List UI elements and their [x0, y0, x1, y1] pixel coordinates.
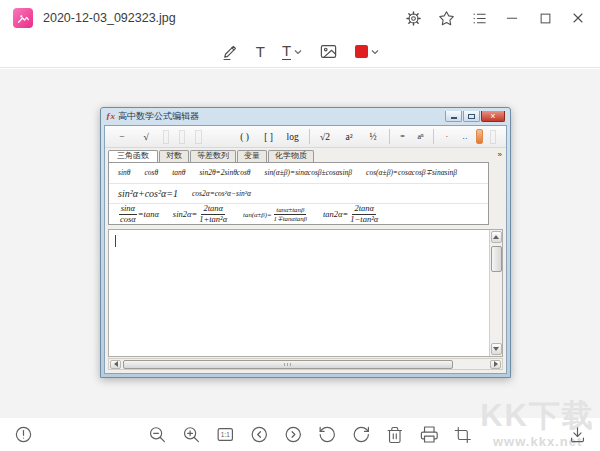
editor-maximize-button[interactable]: [463, 111, 480, 122]
formula-item[interactable]: sin(α±β)=sinαcosβ±cosαsinβ: [265, 168, 353, 177]
power-template-button[interactable]: aⁿ: [413, 128, 427, 145]
svg-text:1:1: 1:1: [220, 431, 229, 438]
editor-title: 高中数学公式编辑器: [118, 110, 199, 123]
double-dot-button[interactable]: ‥: [458, 128, 472, 145]
tab-variables[interactable]: 变量: [237, 150, 267, 162]
maximize-icon[interactable]: [536, 9, 554, 27]
tab-logarithm[interactable]: 对数: [159, 150, 189, 162]
crop-icon[interactable]: [453, 425, 473, 445]
sqrt2-button[interactable]: √2: [315, 128, 335, 145]
underline-tool-label: T: [282, 43, 291, 60]
info-icon[interactable]: [13, 425, 33, 445]
equals-button[interactable]: =: [395, 128, 409, 145]
formula-item[interactable]: sinαcosα =tanα: [118, 204, 159, 224]
formula-item[interactable]: sin2α= 2tanα1+tan²α: [173, 204, 229, 224]
print-icon[interactable]: [419, 425, 439, 445]
editor-minimize-button[interactable]: [445, 111, 462, 122]
formula-editor-icon: ƒx: [106, 112, 115, 121]
formula-item[interactable]: sin²α+cos²α=1: [118, 188, 178, 199]
settings-gear-icon[interactable]: [404, 9, 422, 27]
vertical-scrollbar[interactable]: [489, 230, 502, 356]
formula-item[interactable]: sin2θ=2sinθcosθ: [199, 168, 250, 177]
rotate-right-icon[interactable]: [351, 425, 371, 445]
chevron-down-icon: [371, 49, 379, 55]
sqrt-button[interactable]: √: [136, 128, 156, 145]
template-button-3[interactable]: [195, 130, 201, 144]
formula-editor-window: ƒx 高中数学公式编辑器 × − √ ( ) [ ] log √2 a²: [100, 107, 511, 378]
rotate-left-icon[interactable]: [317, 425, 337, 445]
formula-row-2: sin²α+cos²α=1 cos2α=cos²α−sin²α: [109, 184, 488, 205]
half-fraction-button[interactable]: ½: [363, 128, 383, 145]
annotation-toolbar: T T: [0, 36, 600, 68]
editor-titlebar[interactable]: ƒx 高中数学公式编辑器 ×: [104, 108, 507, 125]
formula-item[interactable]: cos(α±β)=cosαcosβ∓sinαsinβ: [366, 168, 457, 177]
color-picker[interactable]: [355, 45, 379, 58]
delete-trash-icon[interactable]: [385, 425, 405, 445]
square-button[interactable]: a²: [339, 128, 359, 145]
toolbar-overflow-chevron[interactable]: »: [498, 151, 502, 159]
fraction-bar-button[interactable]: −: [112, 128, 132, 145]
color-swatch-red: [355, 45, 368, 58]
formula-item[interactable]: tanθ: [172, 168, 185, 177]
formula-item[interactable]: cosθ: [144, 168, 158, 177]
editor-formula-toolbar: − √ ( ) [ ] log √2 a² ½ = aⁿ · ‥: [105, 126, 506, 148]
brackets-button[interactable]: [ ]: [259, 128, 279, 145]
image-filename: 2020-12-03_092323.jpg: [43, 11, 176, 25]
dot-button[interactable]: ·: [440, 128, 454, 145]
editor-close-button[interactable]: ×: [481, 111, 505, 122]
text-tool-label: T: [256, 44, 265, 59]
favorite-star-icon[interactable]: [437, 9, 455, 27]
close-icon[interactable]: [569, 9, 587, 27]
editor-body: − √ ( ) [ ] log √2 a² ½ = aⁿ · ‥: [104, 125, 507, 374]
tab-chemicals[interactable]: 化学物质: [268, 150, 314, 162]
editor-tabs: 三角函数 对数 等差数列 变量 化学物质 »: [105, 148, 506, 162]
text-caret: [115, 235, 116, 247]
image-canvas[interactable]: ƒx 高中数学公式编辑器 × − √ ( ) [ ] log √2 a²: [0, 69, 600, 418]
formula-item[interactable]: sinθ: [118, 168, 130, 177]
text-tool-icon[interactable]: T: [256, 44, 265, 59]
insert-picture-button[interactable]: [476, 129, 483, 144]
tab-trigonometric[interactable]: 三角函数: [108, 150, 158, 162]
bottom-toolbar: 1:1: [0, 418, 600, 451]
next-image-icon[interactable]: [283, 425, 303, 445]
zoom-out-icon[interactable]: [147, 425, 167, 445]
formula-row-1: sinθ cosθ tanθ sin2θ=2sinθcosθ sin(α±β)=…: [109, 163, 488, 184]
scroll-right-arrow[interactable]: [490, 360, 501, 369]
formula-text-area[interactable]: [108, 229, 503, 357]
list-menu-icon[interactable]: [470, 9, 488, 27]
insert-image-icon[interactable]: [319, 42, 338, 61]
scroll-down-arrow[interactable]: [491, 343, 502, 355]
tab-arithmetic-sequence[interactable]: 等差数列: [190, 150, 236, 162]
minimize-icon[interactable]: [503, 9, 521, 27]
formula-panel: sinθ cosθ tanθ sin2θ=2sinθcosθ sin(α±β)=…: [108, 162, 489, 225]
previous-image-icon[interactable]: [249, 425, 269, 445]
template-button-1[interactable]: [163, 130, 169, 144]
formula-item[interactable]: cos2α=cos²α−sin²α: [192, 189, 251, 198]
formula-row-3: sinαcosα =tanα sin2α= 2tanα1+tan²α tan(α…: [109, 204, 488, 224]
app-titlebar: 2020-12-03_092323.jpg: [0, 0, 600, 36]
zoom-in-icon[interactable]: [181, 425, 201, 445]
chevron-down-icon: [294, 49, 302, 55]
scroll-up-arrow[interactable]: [491, 231, 502, 243]
download-icon[interactable]: [567, 425, 587, 445]
scroll-left-arrow[interactable]: [110, 360, 121, 369]
template-button-4[interactable]: [490, 130, 496, 144]
vertical-scroll-thumb[interactable]: [491, 246, 502, 272]
underline-text-tool[interactable]: T: [282, 43, 302, 60]
app-logo-icon: [13, 8, 33, 28]
pencil-icon[interactable]: [221, 43, 239, 61]
parentheses-button[interactable]: ( ): [235, 128, 255, 145]
horizontal-scrollbar[interactable]: [108, 358, 503, 370]
template-button-2[interactable]: [179, 130, 185, 144]
horizontal-scroll-thumb[interactable]: [123, 360, 453, 369]
log-button[interactable]: log: [283, 128, 303, 145]
formula-item[interactable]: tan(α±β)= tanα±tanβ1∓tanαtanβ: [243, 206, 309, 222]
formula-item[interactable]: tan2α= 2tanα1−tan²α: [323, 204, 380, 224]
actual-size-icon[interactable]: 1:1: [215, 425, 235, 445]
